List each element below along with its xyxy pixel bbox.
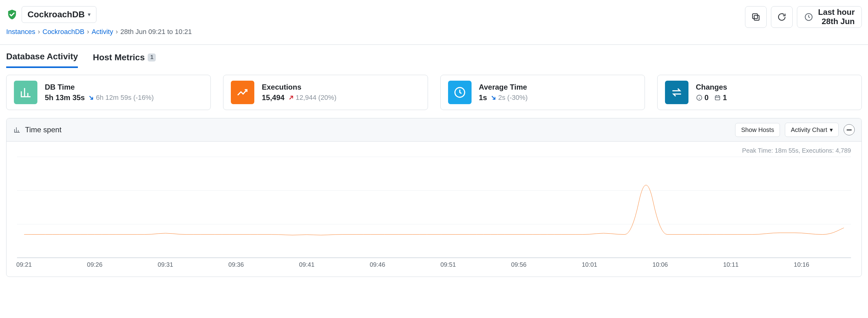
activity-chart-dropdown[interactable]: Activity Chart ▾: [785, 123, 839, 137]
x-tick: 10:11: [723, 261, 739, 268]
copy-icon: [751, 12, 761, 22]
copy-button[interactable]: [745, 6, 767, 28]
info-icon: [696, 94, 703, 101]
instance-selector[interactable]: CockroachDB ▾: [22, 6, 96, 23]
breadcrumb: Instances › CockroachDB › Activity › 28t…: [6, 28, 192, 36]
x-tick: 09:36: [228, 261, 244, 268]
x-tick: 09:21: [17, 261, 32, 268]
refresh-button[interactable]: [771, 6, 793, 28]
time-spent-chart: [17, 156, 851, 258]
breadcrumb-cockroachdb[interactable]: CockroachDB: [43, 28, 85, 36]
card-changes-title: Changes: [696, 83, 727, 92]
x-tick: 09:26: [87, 261, 102, 268]
card-executions-title: Executions: [262, 83, 337, 92]
card-average-time-value: 1s: [479, 93, 487, 102]
card-average-time[interactable]: Average Time 1s ➔2s (-30%): [440, 75, 645, 110]
show-hosts-button[interactable]: Show Hosts: [735, 123, 780, 137]
trend-up-icon: [231, 81, 254, 104]
x-tick: 09:56: [511, 261, 527, 268]
changes-info-group: 0: [696, 93, 709, 102]
panel-title: Time spent: [25, 125, 61, 134]
chart-peak-label: Peak Time: 18m 55s, Executions: 4,789: [17, 147, 851, 154]
card-executions-delta: 12,944 (20%): [296, 94, 337, 102]
svg-rect-1: [752, 13, 757, 19]
card-db-time[interactable]: DB Time 5h 13m 35s ➔6h 12m 59s (-16%): [6, 75, 211, 110]
time-range-selector[interactable]: Last hour 28th Jun: [797, 6, 862, 28]
card-average-time-delta: 2s (-30%): [498, 94, 527, 102]
x-tick: 09:41: [299, 261, 315, 268]
breadcrumb-timerange: 28th Jun 09:21 to 10:21: [121, 28, 192, 36]
chevron-down-icon: ▾: [88, 11, 91, 18]
card-db-time-title: DB Time: [45, 83, 154, 92]
breadcrumb-activity[interactable]: Activity: [92, 28, 114, 36]
time-spent-panel: Time spent Show Hosts Activity Chart ▾ P…: [6, 118, 862, 277]
clock-icon: [448, 81, 471, 104]
changes-calendar-count: 1: [723, 93, 727, 102]
card-db-time-delta: 6h 12m 59s (-16%): [96, 94, 154, 102]
x-tick: 10:06: [652, 261, 668, 268]
arrow-down-icon: ➔: [87, 93, 96, 102]
swap-icon: [665, 81, 688, 104]
changes-calendar-group: 1: [714, 93, 727, 102]
activity-chart-label: Activity Chart: [791, 126, 827, 133]
card-executions[interactable]: Executions 15,494 ➔12,944 (20%): [223, 75, 428, 110]
arrow-down-icon: ➔: [489, 93, 498, 102]
svg-rect-0: [754, 15, 759, 21]
svg-rect-5: [715, 96, 720, 100]
x-tick: 10:16: [794, 261, 809, 268]
breadcrumb-instances[interactable]: Instances: [6, 28, 35, 36]
bar-chart-icon: [13, 126, 21, 133]
card-average-time-title: Average Time: [479, 83, 528, 92]
x-tick: 09:46: [370, 261, 385, 268]
tab-host-metrics[interactable]: Host Metrics 1: [93, 52, 156, 68]
shield-check-icon: [6, 9, 18, 21]
time-range-line1: Last hour: [818, 8, 855, 17]
card-db-time-value: 5h 13m 35s: [45, 93, 85, 102]
card-changes[interactable]: Changes 0 1: [657, 75, 862, 110]
time-range-line2: 28th Jun: [818, 17, 855, 26]
bar-chart-icon: [14, 81, 37, 104]
host-metrics-badge: 1: [148, 54, 156, 62]
x-tick: 10:01: [582, 261, 597, 268]
refresh-icon: [777, 12, 787, 22]
x-axis-ticks: 09:2109:2609:3109:3609:4109:4609:5109:56…: [17, 261, 851, 270]
minimize-button[interactable]: [844, 124, 855, 135]
minus-icon: [847, 129, 851, 130]
x-tick: 09:51: [440, 261, 456, 268]
arrow-up-icon: ➔: [286, 93, 296, 102]
x-tick: 09:31: [158, 261, 173, 268]
executions-line: [17, 156, 851, 240]
instance-name: CockroachDB: [28, 9, 85, 20]
changes-info-count: 0: [705, 93, 709, 102]
clock-icon: [804, 12, 813, 22]
card-executions-value: 15,494: [262, 93, 284, 102]
calendar-icon: [714, 94, 721, 101]
tab-host-metrics-label: Host Metrics: [93, 53, 145, 62]
caret-down-icon: ▾: [830, 126, 833, 133]
tab-database-activity[interactable]: Database Activity: [6, 52, 78, 68]
